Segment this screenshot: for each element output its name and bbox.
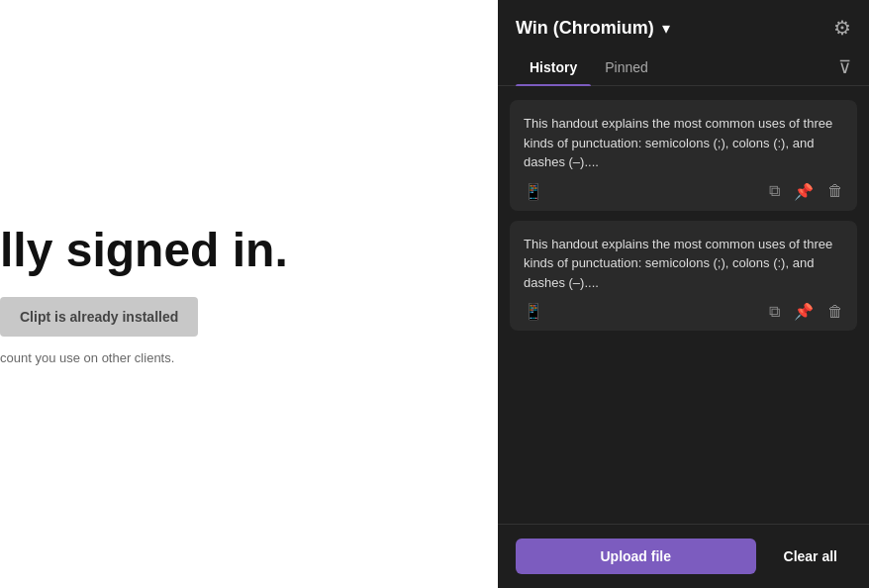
clip-card: This handout explains the most common us…	[510, 221, 857, 332]
delete-icon[interactable]: 🗑	[827, 303, 843, 321]
installed-button[interactable]: Clipt is already installed	[0, 297, 198, 337]
clip-actions: 📱 ⧉ 📌 🗑	[524, 302, 843, 321]
mobile-icon[interactable]: 📱	[524, 182, 543, 201]
signed-in-text: lly signed in.	[0, 223, 288, 277]
tabs-row: History Pinned ⊽	[498, 49, 869, 86]
panel-footer: Upload file Clear all	[498, 524, 869, 588]
clipboard-panel: Win (Chromium) ▾ ⚙ History Pinned ⊽ This…	[498, 0, 869, 588]
left-background: lly signed in. Clipt is already installe…	[0, 0, 500, 588]
panel-title: Win (Chromium)	[516, 18, 654, 39]
panel-header: Win (Chromium) ▾ ⚙	[498, 0, 869, 49]
filter-icon[interactable]: ⊽	[838, 56, 851, 78]
panel-title-group: Win (Chromium) ▾	[516, 18, 670, 39]
clip-actions: 📱 ⧉ 📌 🗑	[524, 182, 843, 201]
copy-icon[interactable]: ⧉	[769, 182, 780, 200]
tab-pinned[interactable]: Pinned	[591, 49, 662, 85]
clips-area: This handout explains the most common us…	[498, 86, 869, 524]
upload-file-button[interactable]: Upload file	[516, 539, 756, 574]
clip-text: This handout explains the most common us…	[524, 114, 843, 172]
pin-icon[interactable]: 📌	[794, 302, 814, 321]
clip-text: This handout explains the most common us…	[524, 235, 843, 293]
gear-icon[interactable]: ⚙	[833, 16, 851, 40]
clip-card: This handout explains the most common us…	[510, 100, 857, 211]
chevron-down-icon[interactable]: ▾	[662, 19, 670, 38]
account-text: count you use on other clients.	[0, 350, 174, 365]
mobile-icon[interactable]: 📱	[524, 302, 543, 321]
delete-icon[interactable]: 🗑	[827, 182, 843, 200]
copy-icon[interactable]: ⧉	[769, 303, 780, 321]
clear-all-button[interactable]: Clear all	[770, 539, 851, 574]
pin-icon[interactable]: 📌	[794, 182, 814, 201]
tab-history[interactable]: History	[516, 49, 591, 85]
